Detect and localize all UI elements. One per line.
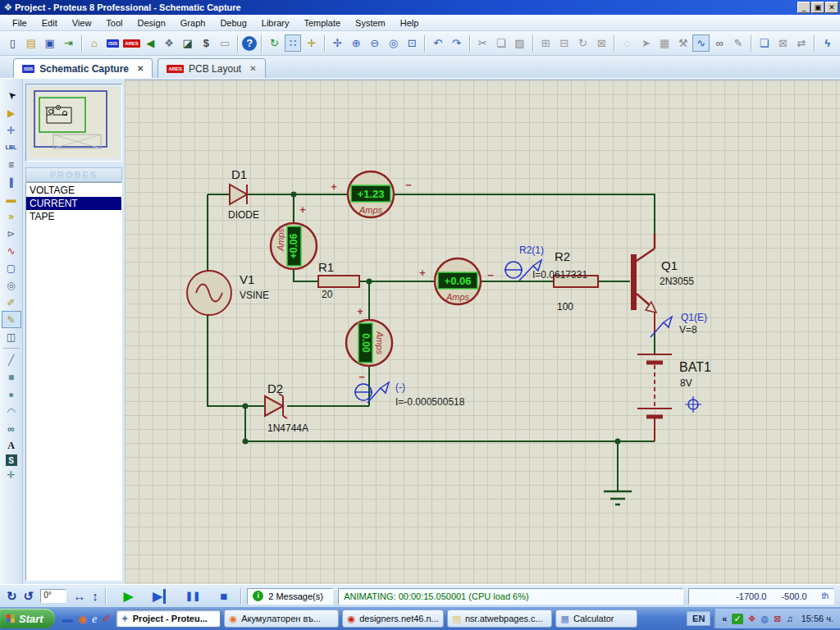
mirror-horizontal-icon[interactable]: ↔ xyxy=(73,589,85,603)
battery-bat1[interactable]: BAT1 8V xyxy=(637,354,711,441)
svg-text:DIODE[interactable]: DIODE xyxy=(228,209,259,221)
clock[interactable]: 15:56 ч. xyxy=(801,614,833,623)
list-item-tape[interactable]: TAPE xyxy=(26,210,121,223)
tape-recorder-icon[interactable]: ▢ xyxy=(2,259,21,276)
zoom-area-icon[interactable]: ⊡ xyxy=(404,34,421,52)
current-probe-icon[interactable]: ✎ xyxy=(2,311,21,328)
menu-design[interactable]: Design xyxy=(130,16,173,30)
menu-tool[interactable]: Tool xyxy=(98,16,130,30)
device-pins-icon[interactable]: ⊳ xyxy=(2,225,21,242)
grid-toggle-icon[interactable]: ∷ xyxy=(285,34,302,52)
task-button-firefox[interactable]: ◉ Акумулаторен въ... xyxy=(224,609,339,628)
tab-pcb-layout[interactable]: ARES PCB Layout ✕ xyxy=(158,58,265,78)
ground-symbol[interactable] xyxy=(604,491,632,504)
probe-name[interactable]: R2(1) xyxy=(519,244,544,256)
terminals-mode-icon[interactable]: » xyxy=(2,208,21,225)
save-icon[interactable]: ▣ xyxy=(41,34,58,52)
rotate-cw-icon[interactable]: ↻ xyxy=(7,589,17,604)
isis-schematic-icon[interactable]: ISIS xyxy=(104,34,121,52)
current-probe-r2[interactable]: R2(1) I=0.0617331 xyxy=(504,244,587,281)
electrical-check-icon[interactable]: ϟ xyxy=(819,34,836,52)
current-probe-neg[interactable]: (-) I=-0.000500518 xyxy=(354,381,465,408)
subcircuit-mode-icon[interactable]: ▬ xyxy=(2,190,21,208)
wire-autorouter-icon[interactable]: ∿ xyxy=(692,34,710,52)
svg-text:D2[interactable]: D2 xyxy=(267,381,283,395)
task-button-calculator[interactable]: ▦ Calculator xyxy=(555,609,637,628)
menu-system[interactable]: System xyxy=(348,16,393,30)
tab-close-icon[interactable]: ✕ xyxy=(137,64,144,73)
list-item-current[interactable]: CURRENT xyxy=(26,197,121,210)
block-delete-icon[interactable]: ⊠ xyxy=(593,34,610,52)
packaging-tool-icon[interactable]: ▦ xyxy=(656,34,673,52)
home-icon[interactable]: ⌂ xyxy=(86,34,103,52)
tray-expand-icon[interactable]: « xyxy=(722,614,727,623)
menu-graph[interactable]: Graph xyxy=(173,16,213,30)
svg-text:20[interactable]: 20 xyxy=(322,289,333,300)
svg-text:100[interactable]: 100 xyxy=(557,301,573,313)
schematic-canvas[interactable]: D1 DIODE D2 1N4744A V1 VSINE R1 2 xyxy=(125,79,840,584)
ares-pcb-icon[interactable]: ARES xyxy=(123,34,140,52)
antivirus-tray-icon[interactable]: ✓ xyxy=(732,614,742,624)
import-icon[interactable]: ⇥ xyxy=(60,34,77,52)
zoom-out-icon[interactable]: ⊖ xyxy=(366,34,383,52)
paint-quicklaunch-icon[interactable]: ✐ xyxy=(103,613,112,625)
resistor-r2[interactable]: R2 100 xyxy=(554,249,598,313)
task-button-proteus[interactable]: ✦ Project - Proteu... xyxy=(116,609,221,628)
tab-close-icon[interactable]: ✕ xyxy=(249,64,256,73)
updates-tray-icon[interactable]: ❖ xyxy=(748,614,756,624)
2d-path-icon[interactable]: ∞ xyxy=(2,420,21,437)
list-item-voltage[interactable]: VOLTAGE xyxy=(26,184,121,197)
zoom-in-icon[interactable]: ⊕ xyxy=(348,34,365,52)
svg-text:8V[interactable]: 8V xyxy=(680,377,692,389)
voltage-probe-q1e[interactable]: Q1(E) V=8 xyxy=(651,312,707,337)
menu-edit[interactable]: Edit xyxy=(34,16,65,30)
2d-text-icon[interactable]: A xyxy=(2,437,21,454)
step-button[interactable]: ▶ xyxy=(153,589,166,604)
language-indicator[interactable]: EN xyxy=(687,611,710,626)
2d-circle-icon[interactable]: ● xyxy=(2,386,21,403)
generator-mode-icon[interactable]: ◎ xyxy=(2,276,21,294)
show-desktop-icon[interactable]: ▬ xyxy=(62,613,73,625)
svg-text:V1[interactable]: V1 xyxy=(240,272,254,286)
start-button[interactable]: Start xyxy=(0,609,55,628)
schematic-overview[interactable] xyxy=(25,84,122,162)
property-assignment-icon[interactable]: ✎ xyxy=(730,34,747,52)
rotate-ccw-icon[interactable]: ↺ xyxy=(24,589,34,604)
svg-text:R1[interactable]: R1 xyxy=(318,260,334,274)
search-tag-icon[interactable]: ∞ xyxy=(711,34,728,52)
source-v1[interactable]: V1 VSINE xyxy=(187,271,269,315)
menu-view[interactable]: View xyxy=(65,16,99,30)
help-icon[interactable]: ? xyxy=(242,36,257,51)
3d-viewer-icon[interactable]: ❖ xyxy=(161,34,178,52)
tab-schematic-capture[interactable]: ISIS Schematic Capture ✕ xyxy=(13,58,153,78)
make-device-icon[interactable]: ➤ xyxy=(637,34,655,52)
simulation-log-icon[interactable]: ▭ xyxy=(217,34,234,52)
refresh-icon[interactable]: ↻ xyxy=(266,34,283,52)
redo-icon[interactable]: ↷ xyxy=(448,34,465,52)
2d-box-icon[interactable]: ■ xyxy=(2,368,21,386)
volume-icon[interactable]: ♫ xyxy=(786,614,792,623)
message-panel[interactable]: i 2 Message(s) xyxy=(247,588,333,605)
svg-text:2N3055[interactable]: 2N3055 xyxy=(660,276,694,287)
resistor-r1[interactable]: R1 20 xyxy=(318,260,359,300)
block-move-icon[interactable]: ⊟ xyxy=(555,34,573,52)
ie-quicklaunch-icon[interactable]: e xyxy=(92,612,98,626)
svg-text:D1[interactable]: D1 xyxy=(231,167,247,181)
decompose-icon[interactable]: ⚒ xyxy=(674,34,692,52)
cut-icon[interactable]: ✂ xyxy=(474,34,491,52)
text-script-icon[interactable]: ≡ xyxy=(2,156,21,173)
design-explorer-icon[interactable]: ◪ xyxy=(179,34,196,52)
undo-icon[interactable]: ↶ xyxy=(429,34,446,52)
goto-sheet-icon[interactable]: ⇄ xyxy=(793,34,810,52)
app-tray-icon[interactable]: ◍ xyxy=(761,614,769,624)
voltage-probe-icon[interactable]: ✐ xyxy=(2,294,21,311)
block-copy-icon[interactable]: ⊞ xyxy=(537,34,555,52)
2d-marker-icon[interactable]: ✛ xyxy=(2,466,21,483)
svg-text:BAT1[interactable]: BAT1 xyxy=(679,360,711,374)
play-button[interactable]: ▶ xyxy=(124,589,134,604)
new-file-icon[interactable]: ▯ xyxy=(4,34,21,52)
junction-dot-icon[interactable]: ✛ xyxy=(2,121,21,139)
origin-icon[interactable]: ✛ xyxy=(303,34,320,52)
paste-icon[interactable]: ▨ xyxy=(511,34,528,52)
copy-icon[interactable]: ❏ xyxy=(492,34,509,52)
